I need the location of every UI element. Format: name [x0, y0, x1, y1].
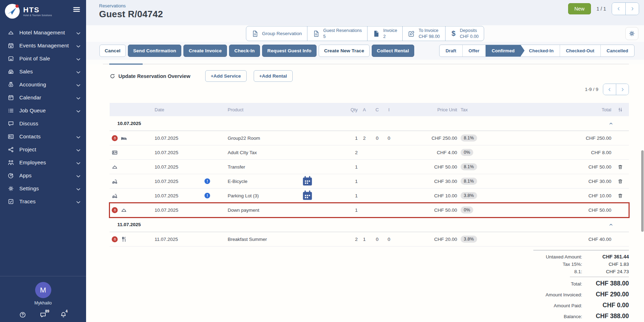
cancel-button[interactable]: Cancel [99, 45, 126, 57]
scooter-icon [112, 193, 118, 199]
sidebar-item-events-management[interactable]: Events Management [0, 39, 86, 52]
cal-mini-icon [301, 190, 313, 202]
line-row-down-payment[interactable]: 10.07.2025Down payment1CHF 50.000%CHF 50… [110, 203, 629, 217]
line-row-group22-room[interactable]: 10.07.2025Group22 Room1200CHF 250.008.1%… [110, 131, 629, 145]
sidebar-item-accounting[interactable]: Accounting [0, 78, 86, 91]
smart-button-group-reservation[interactable]: Group Reservation [246, 26, 307, 41]
totals-divider [570, 277, 629, 277]
trash-icon [618, 164, 623, 170]
gear-icon [8, 185, 14, 192]
sidebar-item-label: Accounting [19, 81, 75, 87]
avatar[interactable]: M [35, 282, 51, 298]
scrollbar-thumb[interactable] [641, 150, 644, 232]
sidebar-item-contacts[interactable]: Contacts [0, 130, 86, 143]
line-row-transfer[interactable]: 10.07.2025Transfer1CHF 50.008.1%CHF 50.0… [110, 160, 629, 174]
sidebar-item-project[interactable]: Project [0, 143, 86, 156]
record-pager [612, 2, 639, 15]
collapse-group-button[interactable] [609, 121, 613, 126]
notifications-bell-icon[interactable]: 4 [60, 311, 67, 318]
create-invoice-button[interactable]: Create Invoice [183, 45, 227, 57]
add-service-button[interactable]: +Add Service [205, 70, 247, 82]
table-body: 10.07.202510.07.2025Group22 Room1200CHF … [110, 116, 629, 247]
create-new-trace-button[interactable]: Create New Trace [319, 45, 369, 57]
status-step-offer[interactable]: Offer [462, 45, 486, 57]
lines-pager-next-button[interactable] [616, 84, 629, 95]
settings-gear-button[interactable] [625, 27, 638, 40]
sidebar-item-employees[interactable]: Employees [0, 156, 86, 169]
lines-pager-prev-button[interactable] [603, 84, 616, 95]
send-confirmation-button[interactable]: Send Confirmation [128, 45, 181, 57]
info-icon[interactable]: ! [204, 193, 210, 198]
request-guest-info-button[interactable]: Request Guest Info [262, 45, 317, 57]
smart-button-guest-reservations[interactable]: Guest Reservations5 [307, 26, 367, 41]
smart-button-value: CHF 98.00 [418, 34, 440, 39]
line-row-adult-city-tax[interactable]: 10.07.2025Adult CIty Tax2CHF 4.000%CHF 8… [110, 145, 629, 160]
sidebar-item-calendar[interactable]: Calendar [0, 91, 86, 104]
column-settings-button[interactable] [611, 107, 629, 112]
smart-buttons-group: Group ReservationGuest Reservations5Invo… [246, 26, 484, 41]
breadcrumb[interactable]: Reservations [99, 3, 644, 8]
schedule-calendar-icon[interactable] [301, 190, 313, 202]
sidebar-item-hotel-management[interactable]: Hotel Management [0, 26, 86, 39]
delete-line-button[interactable] [618, 179, 623, 184]
sidebar-item-sales[interactable]: Sales [0, 65, 86, 78]
sidebar-footer: M Mykhailo 89 4 [0, 276, 86, 322]
smart-button-invoice[interactable]: Invoice2 [367, 26, 403, 41]
hts-logo-icon[interactable] [5, 4, 20, 19]
tax-badge: 8.1% [461, 178, 477, 185]
new-button[interactable]: New [568, 3, 591, 14]
main-area: Reservations Guest R/04742 New 1 / 1 Gro… [86, 0, 644, 322]
messages-icon[interactable]: 89 [40, 311, 47, 318]
cell-children: 0 [371, 136, 383, 141]
line-row-parking-lot-3[interactable]: 10.07.2025!Parking Lot (3)1CHF 10.003.8%… [110, 189, 629, 203]
help-icon[interactable] [19, 311, 26, 318]
pager-prev-button[interactable] [612, 3, 625, 15]
add-rental-button[interactable]: +Add Rental [254, 70, 293, 82]
brand-text: HTS Hotel & Tourism Solutions [23, 6, 52, 17]
pager-next-button[interactable] [625, 3, 639, 15]
chevron-down-icon [75, 173, 80, 178]
sidebar-item-job-queue[interactable]: Job Queue [0, 104, 86, 117]
edit-icon [408, 30, 415, 37]
group-row-10-07-2025[interactable]: 10.07.2025 [110, 116, 629, 131]
app-window: HTS Hotel & Tourism Solutions Hotel Mana… [0, 0, 644, 322]
schedule-calendar-icon[interactable] [301, 175, 313, 187]
active-tab-underline[interactable] [109, 64, 143, 65]
status-step-cancelled[interactable]: Cancelled [600, 45, 634, 57]
sidebar-item-point-of-sale[interactable]: Point of Sale [0, 52, 86, 65]
hamburger-menu-icon[interactable] [73, 6, 80, 13]
lines-pager-buttons [603, 84, 629, 95]
status-step-checked-out[interactable]: Checked-Out [560, 45, 600, 57]
sidebar-item-label: Calendar [19, 94, 75, 100]
cell-date: 11.07.2025 [145, 237, 204, 242]
update-reservation-overview-button[interactable]: Update Reservation Overview [110, 73, 190, 79]
collapse-group-button[interactable] [609, 222, 613, 227]
status-step-draft[interactable]: Draft [440, 45, 462, 57]
sidebar-item-label: Hotel Management [19, 29, 75, 35]
smart-button-deposits[interactable]: $DepositsCHF 0.00 [445, 26, 484, 41]
chevron-left-icon [616, 6, 621, 11]
sidebar-item-traces[interactable]: Traces [0, 195, 86, 208]
total-label: 8.1: [574, 269, 582, 274]
total-value: CHF 388.00 [585, 280, 629, 287]
line-row-breakfast-summer[interactable]: 11.07.2025Breakfast Summer2100CHF 20.003… [110, 232, 629, 247]
smart-button-to-invoice[interactable]: To InvoiceCHF 98.00 [402, 26, 445, 41]
line-row-e-bicycle[interactable]: 10.07.2025!E-Bicycle1CHF 30.008.1%CHF 30… [110, 174, 629, 189]
sidebar-item-settings[interactable]: Settings [0, 182, 86, 195]
delete-line-button[interactable] [618, 193, 623, 198]
col-infants: I [383, 107, 395, 112]
sidebar-item-label: Project [19, 146, 75, 152]
col-date: Date [145, 107, 204, 112]
sidebar-item-apps[interactable]: Apps [0, 169, 86, 182]
delete-line-button[interactable] [618, 164, 623, 170]
cell-date: 10.07.2025 [145, 179, 204, 184]
chevron-down-icon [75, 108, 80, 113]
status-step-checked-in[interactable]: Checked-In [521, 45, 560, 57]
info-icon[interactable]: ! [204, 178, 210, 184]
status-step-confirmed[interactable]: Confirmed [486, 45, 521, 57]
sidebar-item-discuss[interactable]: Discuss [0, 117, 86, 130]
group-row-11-07-2025[interactable]: 11.07.2025 [110, 217, 629, 232]
check-in-button[interactable]: Check-In [229, 45, 260, 57]
collect-rental-button[interactable]: Collect Rental [372, 45, 414, 57]
scooter-icon [112, 178, 118, 184]
